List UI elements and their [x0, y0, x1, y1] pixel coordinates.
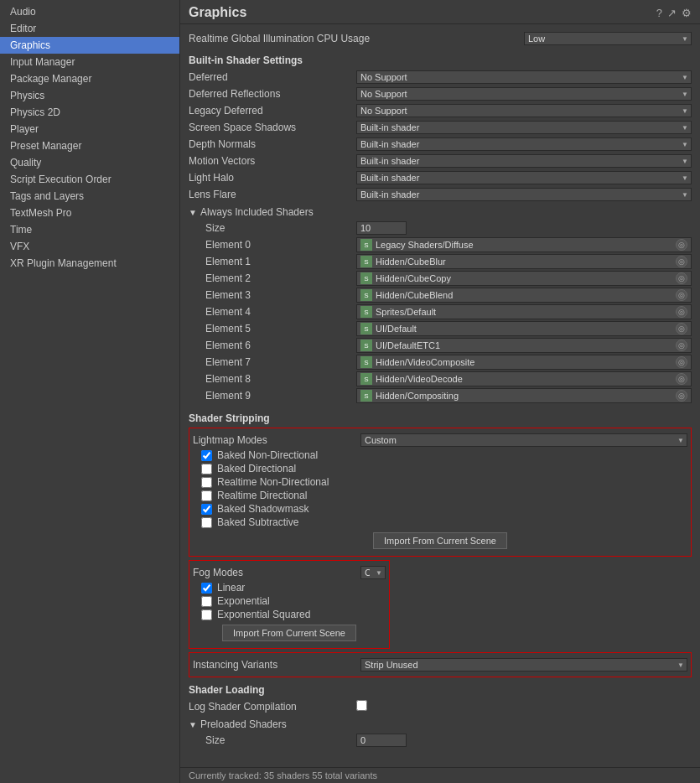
- fog-checkbox[interactable]: [201, 596, 212, 607]
- shader-file-icon: S: [360, 239, 372, 251]
- stripping-cb-label: Realtime Non-Directional: [217, 476, 329, 488]
- element-select-btn[interactable]: ◎: [676, 323, 687, 334]
- sidebar-item-tags-and-layers[interactable]: Tags and Layers: [0, 188, 179, 205]
- stripping-checkbox[interactable]: [201, 490, 212, 501]
- shader-file-icon: S: [360, 373, 372, 385]
- fog-cb-row: Exponential: [193, 594, 386, 608]
- preloaded-collapse-icon[interactable]: ▼: [189, 720, 197, 729]
- always-included-size-input[interactable]: [356, 221, 407, 235]
- fog-checkbox[interactable]: [201, 583, 212, 594]
- shader-dropdown[interactable]: No Support: [356, 70, 692, 84]
- element-select-btn[interactable]: ◎: [676, 356, 687, 368]
- element-value: SHidden/VideoDecode◎: [356, 371, 692, 386]
- shader-dropdown[interactable]: Built-in shader: [356, 171, 692, 184]
- element-row: Element 5SUI/Default◎: [189, 320, 692, 337]
- stripping-checkbox[interactable]: [201, 477, 212, 488]
- shader-stripping-section: Lightmap Modes Custom Baked Non-Directio…: [189, 428, 692, 557]
- shader-row-light-halo: Light HaloBuilt-in shader: [189, 169, 692, 186]
- element-select-btn[interactable]: ◎: [676, 239, 687, 251]
- page-title: Graphics: [189, 5, 246, 20]
- shader-file-icon: S: [360, 289, 372, 301]
- sidebar-item-vfx[interactable]: VFX: [0, 238, 179, 255]
- fog-modes-dropdown[interactable]: Custom: [360, 566, 386, 579]
- stripping-cb-row: Baked Subtractive: [193, 516, 687, 529]
- stripping-checkbox[interactable]: [201, 517, 212, 528]
- stripping-checkbox[interactable]: [201, 504, 212, 515]
- help-icon[interactable]: ?: [656, 7, 662, 19]
- element-select-btn[interactable]: ◎: [676, 289, 687, 301]
- sidebar-item-xr-plugin-management[interactable]: XR Plugin Management: [0, 255, 179, 272]
- shader-dropdown[interactable]: No Support: [356, 87, 692, 101]
- element-row: Element 8SHidden/VideoDecode◎: [189, 371, 692, 387]
- preloaded-size-input[interactable]: [356, 734, 407, 747]
- shader-value-wrapper: Built-in shader: [356, 154, 692, 168]
- elements-list: Element 0SLegacy Shaders/Diffuse◎Element…: [189, 236, 692, 404]
- settings-icon[interactable]: ⚙: [682, 7, 692, 19]
- preloaded-shaders-header: ▼ Preloaded Shaders: [189, 718, 692, 730]
- shader-dropdown[interactable]: Built-in shader: [356, 137, 692, 151]
- element-value: SUI/DefaultETC1◎: [356, 338, 692, 353]
- log-shader-label: Log Shader Compilation: [189, 701, 356, 713]
- sidebar-item-editor[interactable]: Editor: [0, 20, 179, 37]
- element-value: SSprites/Default◎: [356, 304, 692, 319]
- sidebar-item-quality[interactable]: Quality: [0, 154, 179, 171]
- sidebar-item-physics-2d[interactable]: Physics 2D: [0, 104, 179, 121]
- shader-file-icon: S: [360, 390, 372, 402]
- collapse-icon[interactable]: ▼: [189, 208, 197, 217]
- element-value: SHidden/CubeBlur◎: [356, 254, 692, 269]
- element-select-btn[interactable]: ◎: [676, 340, 687, 351]
- shader-file-icon: S: [360, 306, 372, 318]
- sidebar-item-package-manager[interactable]: Package Manager: [0, 70, 179, 87]
- fog-cb-row: Linear: [193, 581, 386, 594]
- log-shader-checkbox[interactable]: [356, 700, 367, 711]
- shader-label: Deferred: [189, 71, 356, 83]
- element-select-btn[interactable]: ◎: [676, 306, 687, 318]
- instancing-dropdown[interactable]: Strip Unused: [360, 658, 687, 672]
- log-shader-row: Log Shader Compilation: [189, 698, 692, 715]
- import-scene-btn-stripping[interactable]: Import From Current Scene: [373, 532, 507, 549]
- sidebar-item-time[interactable]: Time: [0, 221, 179, 238]
- instancing-row: Instancing Variants Strip Unused: [193, 656, 687, 673]
- shader-value-wrapper: No Support: [356, 70, 692, 84]
- shader-row-lens-flare: Lens FlareBuilt-in shader: [189, 186, 692, 203]
- sidebar-item-audio[interactable]: Audio: [0, 3, 179, 20]
- element-text: Hidden/CubeCopy: [376, 273, 451, 283]
- import-scene-btn-fog[interactable]: Import From Current Scene: [222, 625, 356, 641]
- sidebar-item-script-execution-order[interactable]: Script Execution Order: [0, 171, 179, 188]
- header: Graphics ? ↗ ⚙: [180, 0, 700, 24]
- sidebar-item-player[interactable]: Player: [0, 121, 179, 137]
- fog-checkboxes: LinearExponentialExponential Squared: [193, 581, 386, 621]
- builtin-shaders-list: DeferredNo SupportDeferred ReflectionsNo…: [189, 69, 692, 203]
- stripping-cb-row: Realtime Non-Directional: [193, 475, 687, 489]
- shader-dropdown[interactable]: Built-in shader: [356, 154, 692, 168]
- external-link-icon[interactable]: ↗: [667, 7, 677, 19]
- element-select-btn[interactable]: ◎: [676, 373, 687, 385]
- element-label: Element 8: [189, 373, 356, 385]
- shader-row-motion-vectors: Motion VectorsBuilt-in shader: [189, 153, 692, 169]
- shader-value-wrapper: No Support: [356, 87, 692, 101]
- shader-value-wrapper: Built-in shader: [356, 121, 692, 134]
- sidebar-item-graphics[interactable]: Graphics: [0, 37, 179, 54]
- element-text: UI/Default: [376, 324, 417, 334]
- fog-checkbox[interactable]: [201, 609, 212, 620]
- stripping-checkbox[interactable]: [201, 464, 212, 474]
- element-select-btn[interactable]: ◎: [676, 390, 687, 402]
- stripping-checkbox[interactable]: [201, 450, 212, 461]
- shader-dropdown[interactable]: Built-in shader: [356, 121, 692, 134]
- shader-file-icon: S: [360, 340, 372, 351]
- shader-label: Deferred Reflections: [189, 88, 356, 100]
- sidebar-item-input-manager[interactable]: Input Manager: [0, 54, 179, 70]
- shader-dropdown[interactable]: Built-in shader: [356, 188, 692, 201]
- sidebar-item-physics[interactable]: Physics: [0, 87, 179, 104]
- builtin-shader-header: Built-in Shader Settings: [189, 54, 692, 66]
- element-select-btn[interactable]: ◎: [676, 272, 687, 284]
- lightmap-modes-dropdown[interactable]: Custom: [360, 433, 687, 447]
- sidebar-item-preset-manager[interactable]: Preset Manager: [0, 137, 179, 154]
- sidebar-item-textmesh-pro[interactable]: TextMesh Pro: [0, 205, 179, 221]
- shader-dropdown[interactable]: No Support: [356, 104, 692, 117]
- element-select-btn[interactable]: ◎: [676, 256, 687, 267]
- shader-row-legacy-deferred: Legacy DeferredNo Support: [189, 102, 692, 119]
- shader-row-depth-normals: Depth NormalsBuilt-in shader: [189, 136, 692, 153]
- realtime-gi-dropdown[interactable]: Low: [524, 32, 692, 45]
- element-text: Hidden/Compositing: [376, 391, 459, 401]
